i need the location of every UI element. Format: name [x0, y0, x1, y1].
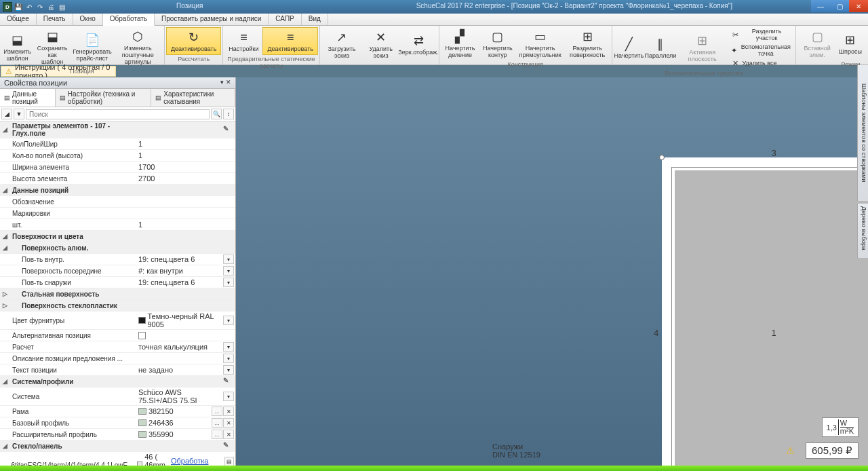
- corner-handle[interactable]: [659, 155, 665, 160]
- tab-Общее[interactable]: Общее: [0, 14, 37, 25]
- collapse-icon[interactable]: ◢: [1, 109, 12, 119]
- prop-group[interactable]: ◢Поверхность алюм.: [0, 242, 235, 254]
- prop-value[interactable]: 1: [136, 139, 234, 149]
- dropdown-icon[interactable]: ▾: [223, 255, 234, 264]
- ribbon-btn[interactable]: ⊞Разделить поверхность: [565, 27, 610, 60]
- dropdown-icon[interactable]: ▾: [223, 278, 234, 287]
- side-tab-tree[interactable]: Дерево выбора: [857, 204, 868, 258]
- expand-icon[interactable]: ◢: [0, 126, 9, 133]
- dropdown-icon[interactable]: ▾: [223, 365, 234, 375]
- dropdown-icon[interactable]: ▾: [223, 342, 234, 352]
- ribbon-btn[interactable]: ⬓Сохранить как шаблон: [33, 27, 71, 67]
- search-icon[interactable]: 🔍: [211, 109, 222, 119]
- ribbon-btn[interactable]: ⬓Изменить шаблон: [1, 27, 33, 67]
- instructions-bar[interactable]: ⚠ Инструкции ( 4 открытая / 0 принято ): [1, 66, 116, 77]
- prop-value[interactable]: не задано: [136, 365, 222, 375]
- panel-tab[interactable]: ▤ Настройки (техника и обработки): [56, 89, 151, 107]
- ribbon-btn[interactable]: ∥Параллели: [644, 27, 677, 69]
- panel-tab[interactable]: ▤ Характеристики скатывания: [151, 89, 235, 107]
- ribbon-btn[interactable]: ▭Начертить прямоугольник: [515, 27, 564, 60]
- prop-value[interactable]: 355990: [136, 430, 211, 439]
- ribbon-btn[interactable]: ✕Удалить эскиз: [362, 27, 399, 62]
- ribbon-btn[interactable]: ✕Удалить все: [728, 58, 794, 69]
- prop-row[interactable]: Пов-ть снаружи19: спец.цвета 6▾: [0, 277, 235, 288]
- dropdown-icon[interactable]: ▾: [223, 266, 234, 276]
- ribbon-btn[interactable]: ⊞Шпросы: [837, 27, 864, 60]
- prop-group[interactable]: ◢Параметры элементов - 107 - Глух.поле✎: [0, 121, 235, 138]
- edit-icon[interactable]: ✎: [223, 441, 233, 451]
- filter-icon[interactable]: ▼: [14, 109, 24, 119]
- qat-save-icon[interactable]: 💾: [14, 2, 23, 12]
- sort-icon[interactable]: ↕: [223, 109, 234, 119]
- prop-group[interactable]: ▷Стальная поверхность: [0, 288, 235, 300]
- qat-doc-icon[interactable]: ▤: [57, 2, 66, 12]
- minimize-button[interactable]: —: [811, 0, 830, 12]
- ribbon-btn[interactable]: ✦Вспомогательная точка: [728, 43, 794, 58]
- prop-row[interactable]: Обозначение: [0, 196, 235, 208]
- prop-value[interactable]: [136, 212, 234, 214]
- ribbon-btn[interactable]: ↻Деактивировать: [166, 27, 221, 55]
- ribbon-btn[interactable]: ⬡Изменить поштучные артикулы: [113, 27, 163, 67]
- prop-row[interactable]: Текст позициине задано▾: [0, 364, 235, 376]
- search-input[interactable]: [26, 109, 210, 119]
- edit-icon[interactable]: ✎: [223, 125, 233, 134]
- qat-redo-icon[interactable]: ↷: [35, 2, 45, 12]
- prop-row[interactable]: Пов-ть внутр.19: спец.цвета 6▾: [0, 254, 235, 265]
- panel-pin-icon[interactable]: ▾ ✕: [220, 79, 231, 87]
- expand-icon[interactable]: ▷: [0, 290, 9, 297]
- tab-САПР[interactable]: САПР: [269, 14, 301, 25]
- dropdown-icon[interactable]: ▾: [223, 316, 234, 325]
- prop-row[interactable]: Расчетточная калькуляция▾: [0, 341, 235, 353]
- qat-undo-icon[interactable]: ↶: [24, 2, 34, 12]
- dropdown-icon[interactable]: ▾: [223, 392, 234, 401]
- prop-group[interactable]: ◢Система/профили✎: [0, 376, 235, 388]
- prop-value[interactable]: 19: спец.цвета 6: [136, 255, 222, 264]
- prop-value[interactable]: 1700: [136, 162, 234, 172]
- ribbon-btn[interactable]: ✂Разделить участок: [728, 27, 794, 43]
- ribbon-btn[interactable]: ▞Начертить деление: [441, 27, 479, 60]
- ribbon-btn[interactable]: ⊿Статика: [864, 27, 868, 38]
- expand-icon[interactable]: ◢: [0, 378, 9, 385]
- qat-print-icon[interactable]: 🖨: [46, 2, 56, 12]
- ribbon-btn[interactable]: ↗Загрузить эскиз: [321, 27, 362, 62]
- expand-icon[interactable]: ◢: [0, 187, 9, 193]
- maximize-button[interactable]: ▢: [830, 0, 849, 12]
- prop-value[interactable]: 19: спец.цвета 6: [136, 278, 222, 287]
- ribbon-btn[interactable]: ▢Вставной элем.: [797, 27, 836, 60]
- prop-value[interactable]: 1: [136, 220, 234, 229]
- edit-icon[interactable]: ✎: [223, 377, 233, 386]
- prop-row[interactable]: Ширина элемента1700: [0, 162, 235, 173]
- prop-row[interactable]: Кол-во полей (высота)1: [0, 150, 235, 162]
- expand-icon[interactable]: ▷: [0, 302, 9, 309]
- side-tab-templates[interactable]: Шаблоны элементов со створками: [857, 65, 868, 201]
- ribbon-btn[interactable]: ▢Начертить контур: [479, 27, 515, 60]
- prop-value[interactable]: [136, 358, 222, 359]
- panel-tab[interactable]: ▤ Данные позиций: [0, 89, 56, 107]
- ribbon-btn[interactable]: ⇄Зерк.отображ.: [399, 27, 437, 62]
- prop-row[interactable]: Расширительный профиль355990…✕: [0, 429, 235, 440]
- prop-value[interactable]: [136, 201, 234, 202]
- prop-row[interactable]: Цвет фурнитурыТемно-черный RAL 9005▾: [0, 312, 235, 330]
- prop-value[interactable]: Schüco AWS 75.SI+/ADS 75.SI: [136, 388, 222, 405]
- expand-icon[interactable]: ◢: [0, 244, 9, 251]
- prop-group[interactable]: ◢Данные позиций: [0, 185, 235, 196]
- ribbon-btn[interactable]: ≡Деактивировать: [262, 27, 317, 55]
- prop-group[interactable]: ◢Поверхности и цвета: [0, 231, 235, 242]
- prop-row[interactable]: КолПолейШир1: [0, 138, 235, 150]
- expand-icon[interactable]: ◢: [0, 233, 9, 240]
- tab-Обработать[interactable]: Обработать: [103, 14, 155, 26]
- prop-group[interactable]: ▷Поверхность стеклопластик: [0, 300, 235, 312]
- prop-value[interactable]: 246436: [136, 418, 211, 428]
- ribbon-btn[interactable]: ╱Начертить: [614, 27, 644, 69]
- prop-row[interactable]: Поверхность посередине#: как внутри▾: [0, 265, 235, 277]
- expand-icon[interactable]: ◢: [0, 442, 9, 449]
- prop-value[interactable]: 1: [136, 151, 234, 160]
- prop-row[interactable]: Маркировки: [0, 208, 235, 219]
- close-button[interactable]: ✕: [849, 0, 868, 12]
- ribbon-btn[interactable]: ⊞Активная плоскость: [677, 27, 728, 69]
- prop-row[interactable]: Описание позиции предложения ...▾: [0, 353, 235, 364]
- drawing-canvas[interactable]: 1 2 3 4 1 1700 2700 СнаружиDIN EN 12519 …: [236, 77, 868, 471]
- prop-row[interactable]: Рама382150…✕: [0, 406, 235, 417]
- prop-row[interactable]: Базовый профиль246436…✕: [0, 417, 235, 429]
- prop-group[interactable]: ◢Стекло/панель✎: [0, 440, 235, 452]
